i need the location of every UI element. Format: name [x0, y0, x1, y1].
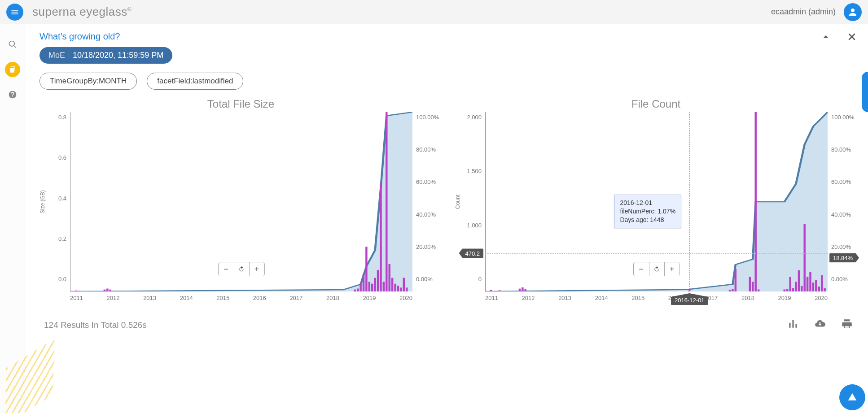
svg-rect-13	[377, 270, 379, 291]
y-axis-left: 2,0001,5001,0000	[463, 112, 485, 291]
collapse-button[interactable]	[820, 31, 831, 44]
svg-rect-47	[812, 283, 814, 291]
results-summary: 124 Results In Total 0.526s	[44, 320, 147, 330]
date-filter-chip[interactable]: MoE 10/18/2020, 11:59:59 PM	[39, 47, 172, 64]
svg-rect-20	[397, 286, 399, 291]
user-icon	[847, 7, 858, 17]
svg-rect-5	[354, 290, 356, 291]
menu-button[interactable]	[6, 4, 23, 21]
y-axis-right: 100.00%80.00%60.00%40.00%20.00%0.00%	[828, 112, 857, 291]
svg-rect-37	[784, 289, 785, 291]
refresh-icon	[238, 265, 245, 273]
svg-rect-38	[786, 289, 788, 291]
zoom-in-button[interactable]: +	[664, 262, 679, 276]
svg-rect-39	[789, 277, 791, 291]
charts-row: Total File Size Size (GB) 0.80.60.40.20.…	[39, 98, 857, 291]
svg-rect-8	[363, 274, 364, 291]
sidebar-help[interactable]	[5, 87, 20, 102]
chevron-up-icon	[820, 31, 831, 42]
brand-logo: superna eyeglass®	[32, 5, 132, 19]
svg-rect-50	[821, 275, 823, 291]
svg-rect-33	[749, 277, 751, 291]
top-bar: superna eyeglass® ecaadmin (admin)	[0, 0, 868, 24]
filter-facetfield[interactable]: facetField:lastmodified	[147, 73, 243, 90]
right-edge-tab[interactable]	[862, 72, 868, 112]
zoom-out-button[interactable]: −	[634, 262, 649, 276]
cloud-download-icon	[814, 318, 826, 330]
x-axis: 2011201220132014201520162017201820192020	[485, 295, 828, 301]
svg-rect-19	[394, 284, 396, 291]
chart-total-file-size: Total File Size Size (GB) 0.80.60.40.20.…	[39, 98, 442, 291]
sidebar-search[interactable]	[5, 37, 20, 52]
refresh-icon	[653, 265, 660, 273]
panel-controls	[820, 31, 857, 44]
chart-file-count: File Count Count 2,0001,5001,0000 − +	[455, 98, 857, 291]
zoom-in-button[interactable]: +	[249, 262, 264, 276]
y-axis-label: Size (GB)	[39, 190, 46, 213]
print-button[interactable]	[841, 318, 853, 332]
svg-rect-14	[380, 184, 381, 291]
main-content: What's growing old? MoE 10/18/2020, 11:5…	[25, 24, 868, 413]
plot-area[interactable]: − + 201120122013201420152016201720182019…	[70, 112, 412, 291]
svg-rect-3	[106, 288, 108, 291]
svg-rect-10	[368, 282, 370, 291]
chart-title: Total File Size	[39, 98, 442, 110]
svg-rect-24	[490, 290, 492, 291]
y-axis-right: 100.00%80.00%60.00%40.00%20.00%0.00%	[412, 112, 442, 291]
svg-rect-43	[801, 286, 802, 291]
svg-rect-2	[104, 290, 105, 291]
x-axis: 2011201220132014201520162017201820192020	[70, 295, 412, 301]
svg-rect-4	[110, 290, 111, 291]
close-icon	[846, 31, 857, 42]
svg-rect-1	[78, 291, 79, 291]
results-footer: 124 Results In Total 0.526s	[39, 307, 857, 338]
zoom-out-button[interactable]: −	[219, 262, 234, 276]
svg-rect-26	[519, 289, 521, 291]
svg-rect-48	[815, 280, 817, 291]
zoom-controls: − +	[218, 262, 265, 276]
search-icon	[8, 40, 17, 49]
svg-rect-31	[732, 289, 733, 291]
svg-rect-21	[400, 287, 402, 291]
plot-area[interactable]: − + 201120122013201420152016201720182019…	[485, 112, 828, 291]
user-label: ecaadmin (admin)	[771, 7, 836, 17]
close-button[interactable]	[846, 31, 857, 44]
svg-rect-46	[809, 272, 811, 291]
svg-rect-35	[754, 112, 756, 291]
svg-rect-12	[374, 278, 376, 291]
sidebar-reports[interactable]	[5, 62, 20, 77]
scroll-top-fab[interactable]	[839, 384, 865, 410]
svg-rect-18	[391, 278, 393, 291]
page-title: What's growing old?	[39, 31, 857, 42]
filter-timegroupby[interactable]: TimeGroupBy:MONTH	[39, 73, 137, 90]
zoom-reset-button[interactable]	[649, 262, 664, 276]
svg-rect-16	[386, 112, 387, 291]
copy-icon	[9, 65, 17, 74]
svg-rect-44	[803, 224, 805, 291]
download-button[interactable]	[814, 318, 826, 332]
zoom-reset-button[interactable]	[234, 262, 249, 276]
chart-title: File Count	[455, 98, 857, 110]
svg-rect-0	[75, 291, 77, 291]
svg-rect-25	[499, 290, 500, 291]
svg-rect-15	[383, 282, 385, 291]
svg-rect-34	[752, 282, 754, 291]
svg-rect-27	[522, 287, 523, 291]
print-icon	[841, 318, 853, 330]
svg-rect-42	[798, 270, 800, 291]
bar-chart-icon	[787, 318, 799, 330]
svg-rect-40	[792, 288, 794, 291]
svg-rect-32	[735, 269, 736, 291]
svg-rect-9	[365, 247, 367, 291]
svg-rect-22	[403, 278, 405, 291]
svg-rect-23	[406, 287, 408, 291]
arrow-up-icon	[846, 391, 859, 404]
zoom-controls: − +	[633, 262, 680, 276]
sidebar	[0, 24, 25, 413]
user-avatar[interactable]	[844, 3, 862, 21]
svg-rect-30	[729, 290, 731, 291]
chart-tooltip: 2016-12-01fileNumPerc: 1.07%Days ago: 14…	[614, 195, 681, 228]
svg-rect-11	[371, 284, 373, 291]
svg-rect-17	[388, 264, 390, 291]
chart-view-button[interactable]	[787, 318, 799, 332]
